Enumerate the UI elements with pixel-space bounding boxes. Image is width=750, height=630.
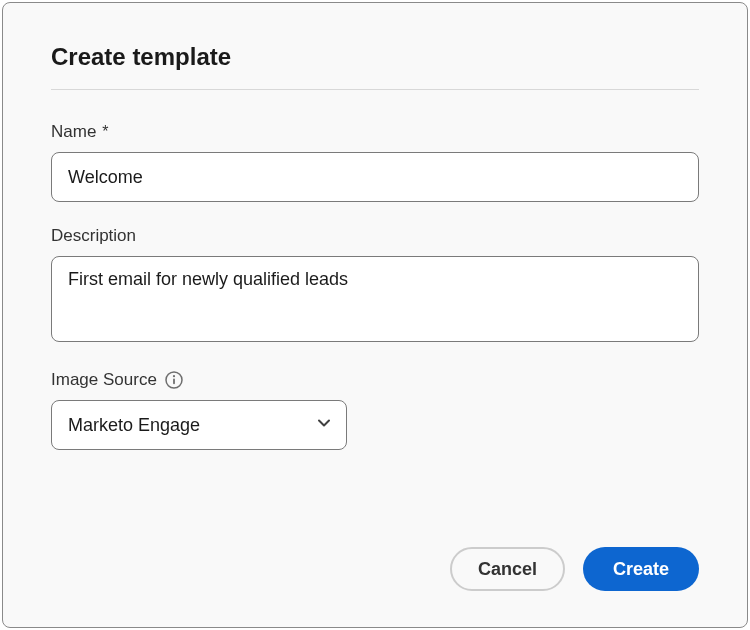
image-source-label-text: Image Source bbox=[51, 370, 157, 390]
name-field: Name * bbox=[51, 122, 699, 202]
cancel-button[interactable]: Cancel bbox=[450, 547, 565, 591]
svg-point-1 bbox=[173, 375, 175, 377]
button-row: Cancel Create bbox=[51, 527, 699, 591]
svg-rect-2 bbox=[173, 379, 175, 385]
description-label: Description bbox=[51, 226, 699, 246]
divider bbox=[51, 89, 699, 90]
description-input[interactable]: First email for newly qualified leads bbox=[51, 256, 699, 342]
image-source-label: Image Source bbox=[51, 370, 699, 390]
image-source-field: Image Source Marketo Engage bbox=[51, 370, 699, 450]
image-source-select[interactable]: Marketo Engage bbox=[51, 400, 347, 450]
image-source-select-wrap: Marketo Engage bbox=[51, 400, 347, 450]
description-label-text: Description bbox=[51, 226, 136, 246]
create-button[interactable]: Create bbox=[583, 547, 699, 591]
required-asterisk: * bbox=[102, 123, 108, 141]
create-template-modal: Create template Name * Description First… bbox=[2, 2, 748, 628]
info-icon[interactable] bbox=[165, 371, 183, 389]
name-label-text: Name bbox=[51, 122, 96, 142]
description-field: Description First email for newly qualif… bbox=[51, 226, 699, 346]
name-label: Name * bbox=[51, 122, 699, 142]
modal-title: Create template bbox=[51, 43, 699, 71]
name-input[interactable] bbox=[51, 152, 699, 202]
